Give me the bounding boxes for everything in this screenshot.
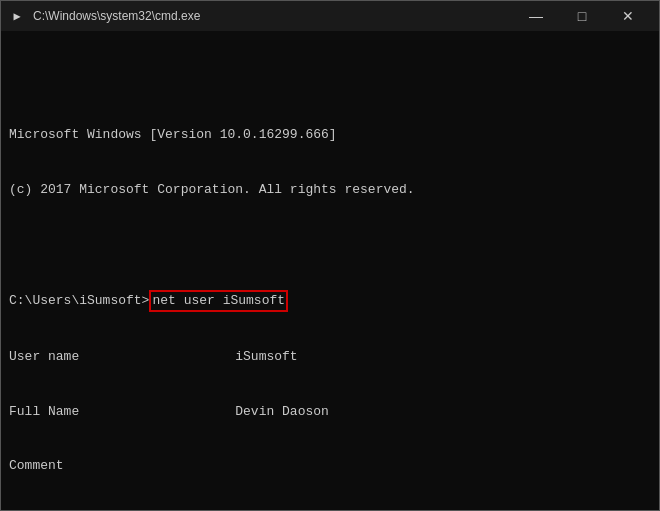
line-7: Comment [9, 457, 651, 475]
close-button[interactable]: ✕ [605, 1, 651, 31]
title-bar: ▶ C:\Windows\system32\cmd.exe — □ ✕ [1, 1, 659, 31]
line-4: C:\Users\iSumsoft>net user iSumsoft [9, 290, 651, 312]
console-area: Microsoft Windows [Version 10.0.16299.66… [1, 31, 659, 510]
command-highlight: net user iSumsoft [149, 290, 288, 312]
cmd-icon: ▶ [9, 8, 25, 24]
line-5: User name iSumsoft [9, 348, 651, 366]
window-controls: — □ ✕ [513, 1, 651, 31]
title-bar-left: ▶ C:\Windows\system32\cmd.exe [9, 8, 200, 24]
line-6: Full Name Devin Daoson [9, 403, 651, 421]
minimize-button[interactable]: — [513, 1, 559, 31]
line-1: Microsoft Windows [Version 10.0.16299.66… [9, 126, 651, 144]
cmd-window: ▶ C:\Windows\system32\cmd.exe — □ ✕ Micr… [0, 0, 660, 511]
maximize-button[interactable]: □ [559, 1, 605, 31]
window-title: C:\Windows\system32\cmd.exe [33, 9, 200, 23]
console-content: Microsoft Windows [Version 10.0.16299.66… [9, 71, 651, 510]
line-3 [9, 235, 651, 253]
line-2: (c) 2017 Microsoft Corporation. All righ… [9, 181, 651, 199]
